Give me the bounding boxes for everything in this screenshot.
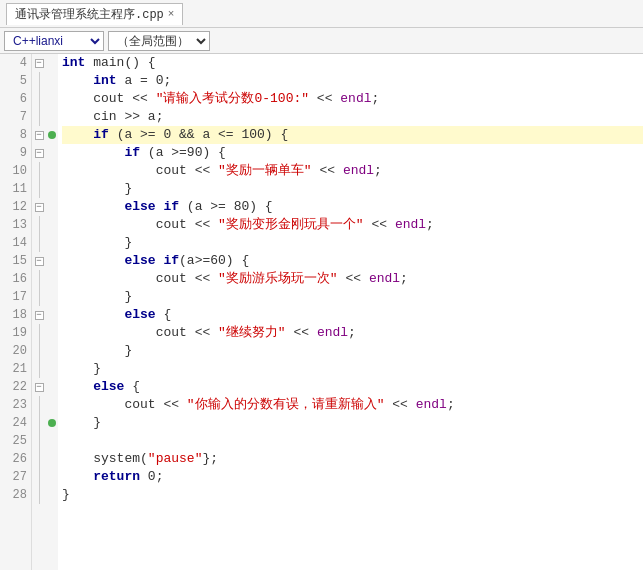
- token-plain: ;: [372, 90, 380, 108]
- token-plain: cout <<: [93, 90, 155, 108]
- token-plain: [62, 252, 124, 270]
- fold-cell: [32, 450, 46, 468]
- breakpoint-cell: [46, 432, 58, 450]
- line-number: 26: [0, 450, 31, 468]
- breakpoint-cell: [46, 450, 58, 468]
- fold-cell: [32, 324, 46, 342]
- breakpoint-cell: [46, 234, 58, 252]
- fold-cell: [32, 468, 46, 486]
- token-plain: }: [62, 180, 132, 198]
- code-line: }: [62, 288, 643, 306]
- fold-cell: [32, 432, 46, 450]
- token-plain: (a >= 0 && a <= 100) {: [109, 126, 288, 144]
- token-plain: ;: [400, 270, 408, 288]
- breakpoint-dot: [48, 131, 56, 139]
- fold-cell[interactable]: −: [32, 306, 46, 324]
- code-line: }: [62, 342, 643, 360]
- title-bar: 通讯录管理系统主程序.cpp ×: [0, 0, 643, 28]
- token-str: "你输入的分数有误，请重新输入": [187, 396, 385, 414]
- breakpoint-cell: [46, 288, 58, 306]
- token-kw: return: [93, 468, 140, 486]
- line-number: 14: [0, 234, 31, 252]
- fold-cell: [32, 486, 46, 504]
- fold-gutter[interactable]: −−−−−−−: [32, 54, 46, 570]
- token-kw: else: [124, 306, 155, 324]
- breakpoint-cell: [46, 108, 58, 126]
- fold-cell: [32, 162, 46, 180]
- breakpoint-cell: [46, 252, 58, 270]
- breakpoint-cell: [46, 324, 58, 342]
- token-plain: }: [62, 234, 132, 252]
- code-line: cout << "奖励游乐场玩一次" << endl;: [62, 270, 643, 288]
- code-line: else {: [62, 378, 643, 396]
- token-kw: int: [93, 72, 116, 90]
- fold-cell[interactable]: −: [32, 54, 46, 72]
- breakpoint-dot: [48, 419, 56, 427]
- line-number: 19: [0, 324, 31, 342]
- line-number: 10: [0, 162, 31, 180]
- fold-cell[interactable]: −: [32, 144, 46, 162]
- line-number: 17: [0, 288, 31, 306]
- token-plain: cout <<: [156, 324, 218, 342]
- token-kw: if: [124, 144, 140, 162]
- fold-cell[interactable]: −: [32, 252, 46, 270]
- token-plain: [62, 108, 93, 126]
- language-selector[interactable]: C++lianxi: [4, 31, 104, 51]
- token-kw: else if: [124, 198, 179, 216]
- fold-cell: [32, 234, 46, 252]
- token-plain: ;: [447, 396, 455, 414]
- token-str: "请输入考试分数0-100:": [156, 90, 309, 108]
- token-plain: cout <<: [156, 162, 218, 180]
- code-line: if (a >= 0 && a <= 100) {: [62, 126, 643, 144]
- fold-cell[interactable]: −: [32, 126, 46, 144]
- token-str: "继续努力": [218, 324, 286, 342]
- breakpoint-cell: [46, 54, 58, 72]
- token-plain: cout <<: [156, 270, 218, 288]
- line-number: 9: [0, 144, 31, 162]
- line-number: 27: [0, 468, 31, 486]
- line-number: 15: [0, 252, 31, 270]
- code-line: int a = 0;: [62, 72, 643, 90]
- token-plain: (a >=90) {: [140, 144, 226, 162]
- code-line: }: [62, 486, 643, 504]
- token-plain: system(: [93, 450, 148, 468]
- token-plain: {: [156, 306, 172, 324]
- token-plain: <<: [338, 270, 369, 288]
- token-plain: cout <<: [156, 216, 218, 234]
- line-number: 21: [0, 360, 31, 378]
- tab-close-button[interactable]: ×: [168, 8, 175, 20]
- line-number: 5: [0, 72, 31, 90]
- token-str: "奖励游乐场玩一次": [218, 270, 338, 288]
- token-plain: [62, 378, 93, 396]
- token-plain: [62, 144, 124, 162]
- code-line: else {: [62, 306, 643, 324]
- token-plain: ;: [374, 162, 382, 180]
- file-tab[interactable]: 通讯录管理系统主程序.cpp ×: [6, 3, 183, 25]
- breakpoint-cell: [46, 216, 58, 234]
- token-plain: }: [62, 288, 132, 306]
- token-endl: endl: [343, 162, 374, 180]
- fold-cell[interactable]: −: [32, 198, 46, 216]
- code-line: cout << "继续努力" << endl;: [62, 324, 643, 342]
- token-endl: endl: [369, 270, 400, 288]
- code-line: else if(a>=60) {: [62, 252, 643, 270]
- token-kw: else if: [124, 252, 179, 270]
- code-area[interactable]: int main() { int a = 0; cout << "请输入考试分数…: [58, 54, 643, 570]
- breakpoint-cell: [46, 396, 58, 414]
- fold-cell[interactable]: −: [32, 378, 46, 396]
- breakpoint-cell: [46, 468, 58, 486]
- fold-cell: [32, 288, 46, 306]
- code-line: return 0;: [62, 468, 643, 486]
- line-number: 24: [0, 414, 31, 432]
- scope-selector[interactable]: （全局范围）: [108, 31, 210, 51]
- code-line: cout << "请输入考试分数0-100:" << endl;: [62, 90, 643, 108]
- breakpoint-cell: [46, 180, 58, 198]
- code-line: else if (a >= 80) {: [62, 198, 643, 216]
- token-plain: a = 0;: [117, 72, 172, 90]
- token-plain: ;: [426, 216, 434, 234]
- token-plain: [62, 270, 156, 288]
- breakpoint-cell: [46, 144, 58, 162]
- token-kw: else: [93, 378, 124, 396]
- token-plain: [62, 90, 93, 108]
- breakpoint-cell: [46, 414, 58, 432]
